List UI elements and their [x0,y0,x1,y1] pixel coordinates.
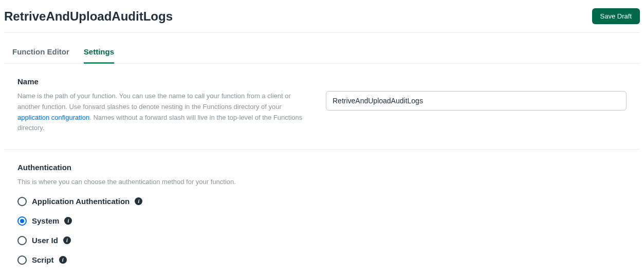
info-icon[interactable]: i [59,256,67,264]
radio-icon [17,197,27,206]
auth-section-description: This is where you can choose the authent… [17,177,627,188]
auth-option-user-id[interactable]: User Id i [17,236,627,245]
name-section-title: Name [17,77,627,86]
auth-option-application-authentication[interactable]: Application Authentication i [17,197,627,206]
authentication-section: Authentication This is where you can cho… [4,150,640,275]
auth-radio-list: Application Authentication i System i Us… [17,197,627,265]
function-name-input[interactable] [326,91,627,111]
tabs: Function Editor Settings [4,42,640,64]
radio-icon [17,236,27,245]
radio-icon [17,255,27,265]
radio-label: Script [32,255,54,264]
info-icon[interactable]: i [63,236,71,244]
name-desc-text-1: Name is the path of your function. You c… [17,92,291,111]
page-title: RetriveAndUploadAuditLogs [4,9,173,24]
save-draft-button[interactable]: Save Draft [592,8,640,24]
name-section-description: Name is the path of your function. You c… [17,91,305,134]
radio-label: User Id [32,236,58,245]
auth-option-system[interactable]: System i [17,216,627,226]
radio-icon [17,216,27,226]
tab-settings[interactable]: Settings [84,42,114,64]
auth-section-title: Authentication [17,163,627,172]
tab-function-editor[interactable]: Function Editor [12,42,69,64]
radio-label: System [32,216,59,225]
radio-label: Application Authentication [32,197,130,206]
page-header: RetriveAndUploadAuditLogs Save Draft [4,4,640,33]
application-configuration-link[interactable]: application configuration [17,114,89,121]
info-icon[interactable]: i [135,197,142,205]
info-icon[interactable]: i [64,217,72,225]
auth-option-script[interactable]: Script i [17,255,627,265]
name-section: Name Name is the path of your function. … [4,64,640,150]
